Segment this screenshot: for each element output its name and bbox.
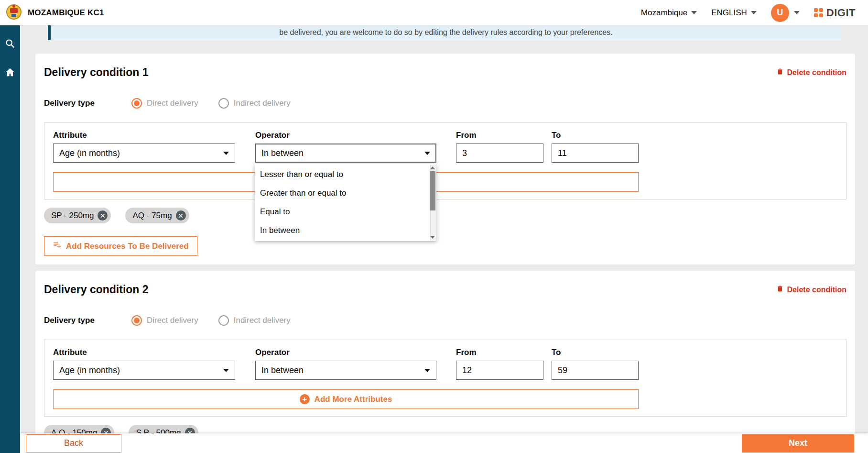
radio-selected-icon — [131, 315, 142, 326]
info-banner: be delivered, you are welcome to do so b… — [48, 25, 841, 40]
column-header-attribute: Attribute — [53, 348, 235, 357]
resource-chip-label: SP - 250mg — [51, 211, 94, 221]
resource-chip-label: AQ - 75mg — [132, 211, 172, 221]
digit-dots-icon — [814, 8, 823, 17]
resource-chip: SP - 250mg ✕ — [44, 208, 111, 223]
radio-unselected-icon — [218, 98, 229, 109]
column-header-operator: Operator — [255, 348, 436, 357]
home-icon[interactable] — [4, 66, 16, 78]
radio-indirect-label: Indirect delivery — [234, 99, 291, 108]
from-input-2[interactable] — [456, 361, 543, 380]
next-button[interactable]: Next — [742, 434, 854, 453]
app-title: MOZAMBIQUE KC1 — [28, 8, 104, 18]
user-menu[interactable]: U — [771, 4, 800, 22]
back-button[interactable]: Back — [26, 434, 121, 453]
to-input-1[interactable] — [552, 144, 639, 163]
add-more-attributes-button-2[interactable]: + Add More Attributes — [53, 389, 639, 409]
delete-condition-label: Delete condition — [787, 68, 846, 77]
delete-condition-2-button[interactable]: Delete condition — [776, 285, 846, 295]
operator-select-2[interactable]: In between — [255, 361, 436, 380]
dropdown-option-in-between[interactable]: In between — [255, 221, 429, 240]
operator-select-2-value: In between — [261, 365, 304, 376]
main-content: be delivered, you are welcome to do so b… — [20, 25, 868, 453]
operator-dropdown-menu: Lesser than or equal to Greater than or … — [255, 164, 436, 241]
delivery-type-label: Delivery type — [44, 99, 131, 108]
radio-direct-label: Direct delivery — [147, 99, 198, 108]
attributes-panel-2: Attribute Operator From To Age (in month… — [44, 340, 846, 417]
chevron-down-icon — [223, 152, 229, 155]
scroll-up-arrow-icon[interactable] — [430, 166, 435, 169]
radio-direct-delivery[interactable]: Direct delivery — [131, 98, 198, 109]
add-resources-icon — [53, 241, 61, 252]
delivery-type-label: Delivery type — [44, 316, 131, 325]
radio-direct-delivery[interactable]: Direct delivery — [131, 315, 198, 326]
app-header: MOZAMBIQUE KC1 Mozambique ENGLISH U DIGI… — [0, 0, 868, 25]
state-emblem-logo — [6, 2, 22, 23]
digit-brand-logo: DIGIT — [814, 7, 856, 19]
column-header-operator: Operator — [255, 131, 436, 140]
trash-icon — [776, 67, 784, 77]
delivery-condition-card-2: Delivery condition 2 Delete condition De… — [35, 271, 855, 453]
resource-chip: AQ - 75mg ✕ — [125, 208, 189, 223]
add-resources-label: Add Resources To Be Delivered — [66, 242, 189, 251]
language-selector[interactable]: ENGLISH — [711, 8, 757, 18]
chip-close-icon[interactable]: ✕ — [98, 210, 108, 221]
from-input-1[interactable] — [456, 144, 543, 163]
dropdown-scrollbar-thumb[interactable] — [430, 171, 435, 210]
radio-unselected-icon — [218, 315, 229, 326]
dropdown-option-lesser-than-or-equal-to[interactable]: Lesser than or equal to — [255, 165, 429, 184]
delete-condition-label: Delete condition — [787, 286, 846, 294]
trash-icon — [776, 285, 784, 295]
attributes-panel-1: Attribute Operator From To Age (in month… — [44, 122, 846, 199]
radio-selected-icon — [131, 98, 142, 109]
operator-select-1-value: In between — [261, 148, 304, 158]
dropdown-option-greater-than-or-equal-to[interactable]: Greater than or equal to — [255, 184, 429, 202]
radio-indirect-delivery[interactable]: Indirect delivery — [218, 98, 291, 109]
add-more-attributes-label: Add More Attributes — [315, 395, 392, 404]
dropdown-option-equal-to[interactable]: Equal to — [255, 202, 429, 221]
chevron-down-icon — [751, 11, 757, 14]
header-right: Mozambique ENGLISH U DIGIT — [641, 4, 856, 22]
location-selector-label: Mozambique — [641, 8, 687, 18]
delivery-condition-card-1: Delivery condition 1 Delete condition De… — [35, 54, 855, 265]
radio-indirect-label: Indirect delivery — [234, 316, 291, 325]
search-icon[interactable] — [4, 38, 16, 49]
column-header-to: To — [552, 131, 639, 140]
radio-direct-label: Direct delivery — [147, 316, 198, 325]
add-resources-button-1[interactable]: Add Resources To Be Delivered — [44, 236, 197, 256]
header-left: MOZAMBIQUE KC1 — [6, 2, 104, 23]
attribute-select-1[interactable]: Age (in months) — [53, 144, 235, 163]
chip-close-icon[interactable]: ✕ — [176, 210, 186, 221]
sidebar — [0, 25, 20, 453]
attribute-select-2[interactable]: Age (in months) — [53, 361, 235, 380]
to-input-2[interactable] — [552, 361, 639, 380]
chevron-down-icon — [223, 369, 229, 372]
column-header-from: From — [456, 348, 543, 357]
avatar: U — [771, 4, 789, 22]
info-banner-text: be delivered, you are welcome to do so b… — [279, 28, 612, 37]
scroll-down-arrow-icon[interactable] — [430, 236, 435, 239]
digit-brand-text: DIGIT — [826, 7, 856, 19]
action-bar: Back Next — [20, 433, 868, 453]
resource-chips-1: SP - 250mg ✕ AQ - 75mg ✕ — [44, 208, 846, 223]
attribute-select-2-value: Age (in months) — [59, 365, 120, 376]
chevron-down-icon — [424, 152, 430, 155]
chevron-down-icon — [424, 369, 430, 372]
dropdown-scrollbar[interactable] — [430, 165, 436, 241]
column-header-attribute: Attribute — [53, 131, 235, 140]
delete-condition-1-button[interactable]: Delete condition — [776, 67, 846, 77]
column-header-from: From — [456, 131, 543, 140]
chevron-down-icon — [794, 11, 800, 14]
condition-1-title: Delivery condition 1 — [44, 66, 149, 79]
attribute-select-1-value: Age (in months) — [59, 148, 120, 158]
radio-indirect-delivery[interactable]: Indirect delivery — [218, 315, 291, 326]
operator-select-1[interactable]: In between — [255, 144, 436, 163]
condition-2-title: Delivery condition 2 — [44, 283, 149, 296]
chevron-down-icon — [691, 11, 697, 14]
plus-circle-icon: + — [300, 394, 310, 404]
location-selector[interactable]: Mozambique — [641, 8, 697, 18]
column-header-to: To — [552, 348, 639, 357]
language-selector-label: ENGLISH — [711, 8, 747, 18]
